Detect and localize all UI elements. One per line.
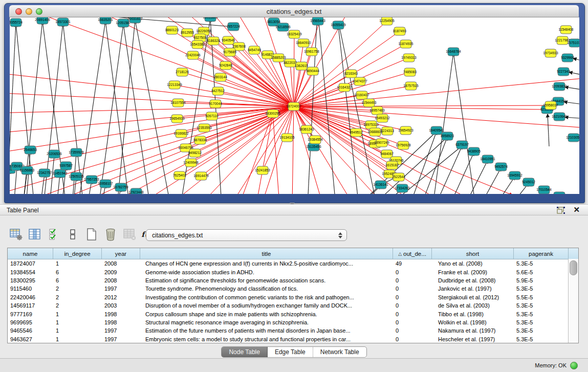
graph-edge xyxy=(105,21,129,194)
graph-edge xyxy=(294,87,344,106)
graph-node-label: 12093832 xyxy=(552,84,567,88)
column-header-short[interactable]: short xyxy=(432,248,514,259)
graph-node-label: 18410951 xyxy=(480,157,495,161)
graph-node-label: 18640910 xyxy=(296,41,311,45)
tab-network-table[interactable]: Network Table xyxy=(313,347,366,357)
graph-node-label: 19734933 xyxy=(543,51,558,55)
table-row[interactable]: 1830029562008Estimation of significance … xyxy=(8,276,578,285)
graph-node-label: 16033809 xyxy=(203,17,218,19)
table-select-value: citations_edges.txt xyxy=(152,232,203,239)
graph-node-label: 19756928 xyxy=(396,143,411,147)
table-cell: 9465546 xyxy=(8,327,53,334)
table-cell: 18300295 xyxy=(8,277,53,283)
table-cell: Estimation of the future numbers of pati… xyxy=(140,327,393,334)
close-icon[interactable]: ✕ xyxy=(573,205,580,214)
column-header-out_de[interactable]: △out_de... xyxy=(393,248,432,259)
graph-node-label: 11548408 xyxy=(559,28,574,31)
table-row[interactable]: 946554611997Estimation of the future num… xyxy=(8,326,578,335)
network-window[interactable]: citations_edges.txt 93557242069140618573… xyxy=(4,3,585,203)
table-cell: Jankovic et al. (1997) xyxy=(432,286,514,292)
network-canvas[interactable]: 9355724206914061857330116635201120515872… xyxy=(10,17,579,194)
graph-node-label: 19565443 xyxy=(310,19,325,23)
table-cell: Franke et al. (2009) xyxy=(432,269,514,275)
table-cell: Embryonic stem cells: a model to study s… xyxy=(140,336,393,342)
table-cell: 5.3E-5 xyxy=(514,302,569,309)
row-height-icon[interactable] xyxy=(66,228,79,240)
network-canvas-svg[interactable]: 9355724206914061857330116635201120515872… xyxy=(10,17,579,194)
table-row[interactable]: 1456911722003Disruption of a novel membe… xyxy=(8,301,578,310)
float-window-icon[interactable] xyxy=(556,206,565,214)
graph-node-label: 7857224 xyxy=(227,25,240,28)
graph-edge xyxy=(548,114,549,146)
node-table[interactable]: namein_degreeyeartitle△out_de...shortpag… xyxy=(7,248,579,343)
graph-node-label: 16958107 xyxy=(98,182,113,185)
tab-edge-table[interactable]: Edge Table xyxy=(268,347,313,357)
graph-node-label: 16635201 xyxy=(98,18,113,21)
scrollbar-thumb[interactable] xyxy=(570,260,577,275)
table-cell: 2012 xyxy=(102,294,140,300)
table-row[interactable]: 969969511998Structural magnetic resonanc… xyxy=(8,318,578,326)
graph-node-label: 11156863 xyxy=(20,168,35,172)
import-table-icon-disabled xyxy=(123,228,136,240)
table-cell: 2003 xyxy=(102,302,140,309)
table-select-dropdown[interactable]: citations_edges.txt xyxy=(146,229,347,241)
graph-node-label: 20691406 xyxy=(35,18,50,21)
column-header-title[interactable]: title xyxy=(140,248,393,259)
graph-node-label: 16210643 xyxy=(552,115,567,118)
graph-node-label: 12923448 xyxy=(128,190,144,194)
graph-node-label: 18573301 xyxy=(55,20,71,24)
graph-node-label: 12505135 xyxy=(69,174,84,178)
graph-node-label: 17957253 xyxy=(84,178,99,181)
table-cell: 1 xyxy=(53,319,102,325)
graph-node-label: 18107554 xyxy=(170,101,186,104)
table-row[interactable]: 1938455462009Genome-wide association stu… xyxy=(8,268,578,276)
table-cell: Investigating the contribution of common… xyxy=(140,294,393,300)
table-cell: Changes of HCN gene expression and I(f) … xyxy=(140,260,393,267)
graph-node-label: 9245012 xyxy=(522,180,535,184)
create-column-icon[interactable] xyxy=(85,228,98,240)
graph-node-label: 16914479 xyxy=(193,174,209,178)
graph-node-label: 8187493 xyxy=(393,29,406,33)
table-row[interactable]: 2242004622012Investigating the contribut… xyxy=(8,293,578,301)
vertical-scrollbar[interactable] xyxy=(568,259,578,343)
delete-column-icon[interactable] xyxy=(104,228,117,240)
graph-node-label: 8427512 xyxy=(211,89,225,93)
graph-node-label: 17010544 xyxy=(536,188,552,191)
table-cell: Stergiakouli et al. (2012) xyxy=(432,294,514,300)
graph-node-label: 19654923 xyxy=(398,128,413,132)
graph-node-label: 18325419 xyxy=(287,32,302,36)
table-cell: 6 xyxy=(53,277,102,283)
graph-node-label: 9484067 xyxy=(380,152,394,156)
status-bar: Memory: OK xyxy=(0,358,588,372)
graph-node-label: 9175685 xyxy=(223,50,236,54)
graph-node-label: 8216343 xyxy=(344,72,358,75)
table-cell: 0 xyxy=(393,286,432,292)
graph-node-label: 18957483 xyxy=(369,108,385,112)
table-cell: 2 xyxy=(53,294,102,300)
table-row[interactable]: 911546021997Tourette syndrome. Phenomeno… xyxy=(8,285,578,293)
graph-node-label: 8949512 xyxy=(350,130,363,134)
tab-node-table[interactable]: Node Table xyxy=(222,347,268,357)
table-row[interactable]: 1872400712008Changes of HCN gene express… xyxy=(8,259,578,268)
graph-node-label: 1362615 xyxy=(295,64,308,68)
table-cell: 1998 xyxy=(102,319,140,325)
table-row[interactable]: 977716911998Corpus callosum shape and si… xyxy=(8,310,578,318)
network-window-titlebar[interactable]: citations_edges.txt xyxy=(9,5,579,17)
table-cell: 18724007 xyxy=(8,260,53,267)
column-header-in_degree[interactable]: in_degree xyxy=(53,248,102,259)
table-tabs: Node TableEdge TableNetwork Table xyxy=(0,346,588,358)
column-header-name[interactable]: name xyxy=(8,248,53,259)
graph-node-label: 18975313 xyxy=(363,123,379,126)
table-options-icon[interactable] xyxy=(9,228,23,240)
graph-node-label: 17359928 xyxy=(69,150,84,154)
table-row[interactable]: 946362711997Embryonic stem cells: a mode… xyxy=(8,335,578,343)
graph-edge xyxy=(481,168,501,194)
graph-node-label: 19749313 xyxy=(401,56,417,59)
show-columns-icon[interactable] xyxy=(28,228,41,240)
table-cell: 5.3E-5 xyxy=(514,327,569,334)
column-header-year[interactable]: year xyxy=(102,248,140,259)
graph-node-label: 8186328 xyxy=(207,39,220,42)
select-columns-icon[interactable] xyxy=(47,228,60,240)
table-cell: 9777169 xyxy=(8,311,53,317)
column-header-pagerank[interactable]: pagerank xyxy=(514,248,569,259)
